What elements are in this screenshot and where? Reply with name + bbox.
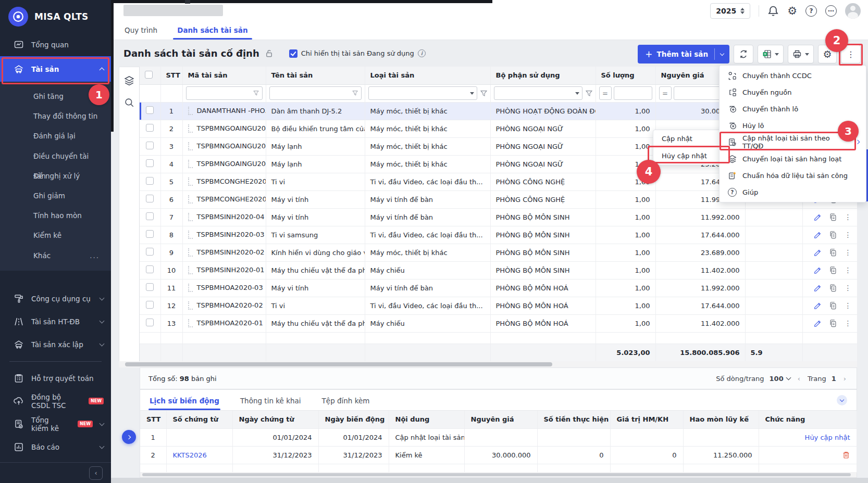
sidebar-item-cong-cu-dung-cu[interactable]: Công cụ dụng cụ [0, 287, 111, 310]
drag-handle-icon[interactable] [188, 301, 193, 310]
year-selector[interactable]: 2025 [710, 3, 750, 19]
asset-row[interactable]: 13 TSPBMHOA2020-01 Máy thu chiếu vật thể… [140, 314, 857, 332]
asset-row[interactable]: 12 TSPBMHOA2020-02 Ti vi Ti vi, đầu Vide… [140, 297, 857, 314]
edit-pencil-icon[interactable] [813, 231, 822, 239]
copy-icon[interactable] [829, 319, 837, 327]
drag-handle-icon[interactable] [188, 195, 193, 204]
row-checkbox[interactable] [146, 283, 154, 291]
col-bo-phan-su-dung[interactable]: Bộ phận sử dụng [490, 67, 596, 84]
tab-lich-su-bien-dong[interactable]: Lịch sử biến động [148, 391, 220, 410]
col-ma-tai-san[interactable]: Mã tài sản [182, 67, 266, 84]
bell-icon[interactable] [767, 5, 779, 17]
row-checkbox[interactable] [146, 177, 154, 185]
menu-item-chuyen-nguon[interactable]: Chuyển nguồn [720, 84, 866, 100]
row-checkbox[interactable] [146, 124, 154, 132]
row-menu-icon[interactable]: ⋮ [845, 248, 850, 257]
settings-gear-icon[interactable]: ⚙ [787, 6, 797, 17]
sidebar-subitem[interactable]: Tính hao mòn [0, 206, 111, 225]
edit-pencil-icon[interactable] [813, 266, 822, 274]
select-all-checkbox[interactable] [145, 71, 153, 79]
copy-icon[interactable] [829, 301, 837, 310]
row-checkbox[interactable] [146, 106, 154, 114]
sidebar-subitem[interactable]: Khác ... [0, 246, 111, 265]
sidebar-subitem[interactable]: Kiểm kê [0, 225, 111, 245]
edit-pencil-icon[interactable] [813, 213, 822, 221]
drag-handle-icon[interactable] [188, 284, 193, 292]
row-menu-icon[interactable]: ⋮ [845, 284, 850, 292]
rows-per-page-select[interactable]: 100 [770, 375, 790, 383]
sidebar-subitem[interactable]: Ghi giảm [0, 186, 111, 206]
sidebar-item-bao-cao[interactable]: Báo cáo [0, 436, 111, 459]
funnel-icon[interactable] [480, 90, 487, 97]
sidebar-item-tong-kiem-ke[interactable]: Tổng kiểm kê NEW [0, 413, 111, 436]
drag-handle-icon[interactable] [188, 319, 193, 327]
drag-handle-icon[interactable] [188, 160, 193, 168]
sidebar-item-ho-tro-quyet-toan[interactable]: Hỗ trợ quyết toán [0, 367, 111, 390]
history-row[interactable]: 1 01/01/2024 01/01/2024 Cập nhật loại tà… [140, 428, 857, 446]
refresh-button[interactable] [734, 45, 753, 63]
menu-item-chuan-hoa-du-lieu[interactable]: Chuẩn hóa dữ liệu tài sản công [720, 167, 866, 184]
edit-pencil-icon[interactable] [813, 248, 822, 257]
info-icon[interactable]: i [418, 49, 426, 57]
drag-handle-icon[interactable] [188, 213, 193, 221]
menu-item-cap-nhat-loai-tai-san-tt-qd[interactable]: Cập nhật loại tài sản theo TT/QĐ [720, 134, 866, 150]
menu-item-giup[interactable]: ? Giúp [720, 184, 866, 200]
more-options-icon[interactable]: ⋯ [825, 5, 837, 17]
row-checkbox[interactable] [146, 319, 154, 326]
sidebar-subitem[interactable]: Điều chuyển tài sản [0, 146, 111, 166]
sidebar-subitem[interactable]: Ghi tăng [0, 86, 111, 106]
drag-handle-icon[interactable] [188, 231, 193, 239]
drag-handle-icon[interactable] [188, 124, 193, 133]
row-checkbox[interactable] [146, 230, 154, 238]
row-menu-icon[interactable]: ⋮ [845, 301, 850, 310]
row-checkbox[interactable] [146, 248, 154, 256]
sidebar-item-tai-san-ht-db[interactable]: Tài sản HT-ĐB [0, 310, 111, 333]
filter-bo-phan-select[interactable] [497, 90, 575, 97]
doc-number-link[interactable]: KKTS2026 [173, 451, 207, 459]
next-page-button[interactable]: › [841, 375, 848, 383]
menu-item-chuyen-loai-hang-loat[interactable]: Chuyển loại tài sản hàng loạt [720, 150, 866, 167]
col-so-luong[interactable]: Số lượng [596, 67, 655, 84]
help-icon[interactable]: ? [805, 5, 817, 17]
print-button[interactable] [788, 45, 814, 63]
col-stt[interactable]: STT [160, 67, 182, 84]
filter-ten-tai-san-input[interactable] [272, 90, 353, 97]
equals-operator[interactable]: = [599, 86, 612, 100]
col-ten-tai-san[interactable]: Tên tài sản [266, 67, 365, 84]
row-checkbox[interactable] [146, 265, 154, 273]
filter-loai-tai-san-select[interactable] [371, 90, 470, 97]
drag-handle-icon[interactable] [188, 177, 193, 186]
user-avatar[interactable] [845, 3, 861, 19]
edit-pencil-icon[interactable] [813, 284, 822, 292]
filter-ma-tai-san-input[interactable] [189, 90, 254, 97]
year-stepper-icon[interactable] [740, 8, 745, 14]
search-icon[interactable] [124, 97, 134, 108]
drag-handle-icon[interactable] [188, 107, 193, 115]
equals-operator[interactable]: = [659, 86, 672, 100]
scrollbar-thumb[interactable] [142, 473, 851, 476]
row-checkbox[interactable] [146, 212, 154, 220]
asset-row[interactable]: 8 TSPBMSINH2020-03 Ti vi samsung Ti vi, … [140, 226, 857, 244]
menu-item-cap-nhat[interactable]: Cập nhật [653, 130, 728, 147]
scrollbar-thumb[interactable] [125, 362, 552, 366]
asset-row[interactable]: 10 TSPBMSINH2020-01 Máy thu chiếu vật th… [140, 261, 857, 279]
edit-pencil-icon[interactable] [813, 319, 822, 327]
menu-item-huy-cap-nhat[interactable]: Hủy cập nhật [653, 147, 728, 164]
menu-item-chuyen-thanh-ccdc[interactable]: Chuyển thành CCDC [720, 67, 866, 84]
copy-icon[interactable] [829, 231, 837, 239]
tab-tep-dinh-kem[interactable]: Tệp đính kèm [321, 391, 371, 410]
copy-icon[interactable] [829, 213, 837, 221]
sidebar-collapse-button[interactable]: ‹ [89, 466, 103, 480]
row-checkbox[interactable] [146, 159, 154, 167]
add-asset-button[interactable]: + Thêm tài sản [638, 45, 729, 63]
export-excel-button[interactable] [758, 45, 784, 63]
huy-cap-nhat-link[interactable]: Hủy cập nhật [805, 434, 850, 441]
filter-so-luong-input[interactable] [617, 90, 649, 97]
asset-row[interactable]: 11 TSPBMHOA2020-03 Máy vi tính Máy vi tí… [140, 279, 857, 297]
sidebar-subitem[interactable]: Đánh giá lại [0, 126, 111, 146]
layers-icon[interactable] [124, 75, 134, 86]
sidebar-item-dong-bo-csdl-tsc[interactable]: Đồng bộ CSDL TSC NEW [0, 390, 111, 413]
drag-handle-icon[interactable] [188, 248, 193, 257]
tab-danh-sach-tai-san[interactable]: Danh sách tài sản [176, 21, 249, 39]
more-actions-button[interactable]: ⋮ [841, 45, 861, 63]
